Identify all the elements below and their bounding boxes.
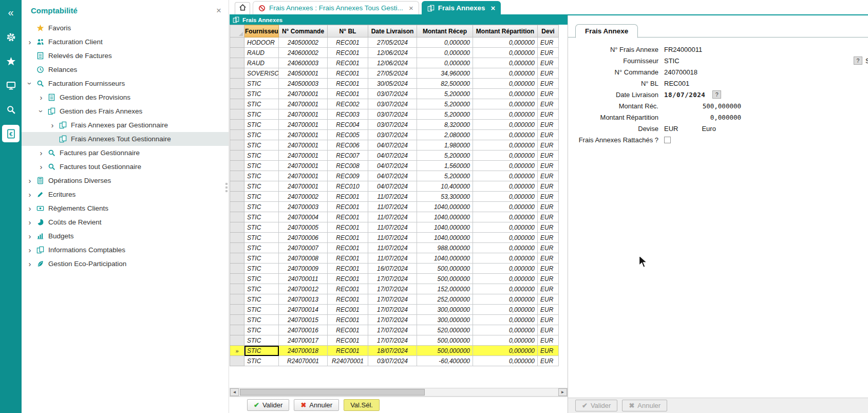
cell[interactable]: 0,000000	[473, 181, 538, 192]
cell[interactable]: STIC	[244, 192, 279, 202]
cell[interactable]: EUR	[538, 171, 559, 181]
cell[interactable]: 1,980000	[417, 140, 473, 151]
cell[interactable]: 04/07/2024	[368, 161, 417, 171]
sidebar-item[interactable]: Relances	[22, 63, 229, 77]
cell[interactable]: 240700014	[279, 305, 328, 315]
cell[interactable]: 240700001	[279, 161, 328, 171]
cell[interactable]: 0,000000	[473, 161, 538, 171]
cell[interactable]: R24070001	[328, 356, 368, 366]
cell[interactable]: 0,000000	[473, 151, 538, 161]
cell[interactable]: RAUD	[244, 58, 279, 68]
cell[interactable]: 5,200000	[417, 89, 473, 99]
cell[interactable]: 17/07/2024	[368, 294, 417, 305]
cell[interactable]: 53,300000	[417, 192, 473, 202]
devise-code-value[interactable]: EUR	[664, 125, 678, 133]
row-header[interactable]	[230, 202, 244, 212]
chevron-right-icon[interactable]: ›	[26, 260, 34, 268]
cell[interactable]: STIC	[244, 243, 279, 253]
cell[interactable]: REC001	[328, 315, 368, 325]
cell[interactable]: 300,000000	[417, 305, 473, 315]
table-row[interactable]: STIC240700001REC00103/07/20245,2000000,0…	[230, 89, 559, 99]
cell[interactable]: 1040,000000	[417, 253, 473, 264]
cell[interactable]: 0,000000	[417, 58, 473, 68]
cell[interactable]: EUR	[538, 253, 559, 264]
cell[interactable]: 5,200000	[417, 151, 473, 161]
cell[interactable]: 0,000000	[473, 346, 538, 356]
sidebar-item[interactable]: ›Factures tout Gestionnaire	[22, 160, 229, 174]
cell[interactable]: 240700015	[279, 315, 328, 325]
chevron-right-icon[interactable]: ›	[26, 204, 34, 212]
cell[interactable]: STIC	[244, 99, 279, 109]
cell[interactable]: 17/07/2024	[368, 325, 417, 335]
cell[interactable]: 0,000000	[473, 325, 538, 335]
cell[interactable]: EUR	[538, 140, 559, 151]
cell[interactable]: REC001	[328, 284, 368, 294]
cell[interactable]: REC010	[328, 181, 368, 192]
row-header[interactable]	[230, 48, 244, 58]
cell[interactable]: 240700008	[279, 253, 328, 264]
cell[interactable]: 10,400000	[417, 181, 473, 192]
cell[interactable]: 04/07/2024	[368, 171, 417, 181]
cell[interactable]: 04/07/2024	[368, 140, 417, 151]
chevron-right-icon[interactable]: ›	[26, 218, 34, 226]
cell[interactable]: STIC	[244, 274, 279, 284]
cell[interactable]: 240700011	[279, 274, 328, 284]
cell[interactable]: 0,000000	[473, 99, 538, 109]
cell[interactable]: 240700001	[279, 181, 328, 192]
cell[interactable]: STIC	[244, 130, 279, 140]
cell[interactable]: EUR	[538, 212, 559, 222]
cell[interactable]: 04/07/2024	[368, 151, 417, 161]
cell[interactable]: EUR	[538, 99, 559, 109]
monitor-icon[interactable]	[2, 77, 20, 94]
cell[interactable]: EUR	[538, 243, 559, 253]
chevron-right-icon[interactable]: ›	[26, 177, 34, 184]
cell[interactable]: EUR	[538, 181, 559, 192]
cell[interactable]: 34,960000	[417, 68, 473, 79]
row-header[interactable]	[230, 151, 244, 161]
cell[interactable]: 17/07/2024	[368, 335, 417, 346]
cell[interactable]: REC001	[328, 89, 368, 99]
table-row[interactable]: STIC240700002REC00111/07/202453,3000000,…	[230, 192, 559, 202]
cell[interactable]: 11/07/2024	[368, 192, 417, 202]
cell[interactable]: REC001	[328, 346, 368, 356]
row-header[interactable]	[230, 222, 244, 233]
cell[interactable]: 240700003	[279, 202, 328, 212]
table-row[interactable]: STIC240700001REC00904/07/20245,2000000,0…	[230, 171, 559, 181]
num-commande-value[interactable]: 240700018	[664, 68, 697, 76]
cell[interactable]: 17/07/2024	[368, 284, 417, 294]
detail-valider-button[interactable]: ✔ Valider	[575, 400, 617, 411]
table-row[interactable]: STIC240700017REC00117/07/2024500,0000000…	[230, 335, 559, 346]
cell[interactable]: REC001	[328, 243, 368, 253]
cell[interactable]: SOVERISOVI	[244, 68, 279, 79]
cell[interactable]: 0,000000	[473, 58, 538, 68]
cell[interactable]: REC001	[328, 48, 368, 58]
cell[interactable]: 0,000000	[473, 37, 538, 48]
cell[interactable]: 0,000000	[473, 294, 538, 305]
cell[interactable]: EUR	[538, 79, 559, 89]
row-header[interactable]	[230, 325, 244, 335]
cell[interactable]: STIC	[244, 284, 279, 294]
row-header[interactable]	[230, 253, 244, 264]
cell[interactable]: 0,000000	[473, 171, 538, 181]
cell[interactable]: 240700013	[279, 294, 328, 305]
row-header[interactable]	[230, 294, 244, 305]
cell[interactable]: 500,000000	[417, 335, 473, 346]
table-row[interactable]: STIC240700014REC00117/07/2024300,0000000…	[230, 305, 559, 315]
cell[interactable]: REC001	[328, 212, 368, 222]
row-header[interactable]	[230, 356, 244, 366]
row-header[interactable]	[230, 130, 244, 140]
cell[interactable]: 1040,000000	[417, 202, 473, 212]
cell[interactable]: 82,500000	[417, 79, 473, 89]
row-header[interactable]	[230, 192, 244, 202]
table-row[interactable]: RAUD240600002REC00112/06/20240,0000000,0…	[230, 48, 559, 58]
table-row[interactable]: RAUD240600003REC00112/06/20240,0000000,0…	[230, 58, 559, 68]
cell[interactable]: 500,000000	[417, 346, 473, 356]
close-icon[interactable]: ×	[409, 4, 413, 12]
cell[interactable]: 11/07/2024	[368, 233, 417, 243]
column-header[interactable]: N° BL	[328, 25, 368, 37]
cell[interactable]: 17/07/2024	[368, 274, 417, 284]
num-bl-value[interactable]: REC001	[664, 80, 689, 87]
cell[interactable]: REC001	[328, 233, 368, 243]
row-header[interactable]	[230, 58, 244, 68]
cell[interactable]: STIC	[244, 202, 279, 212]
